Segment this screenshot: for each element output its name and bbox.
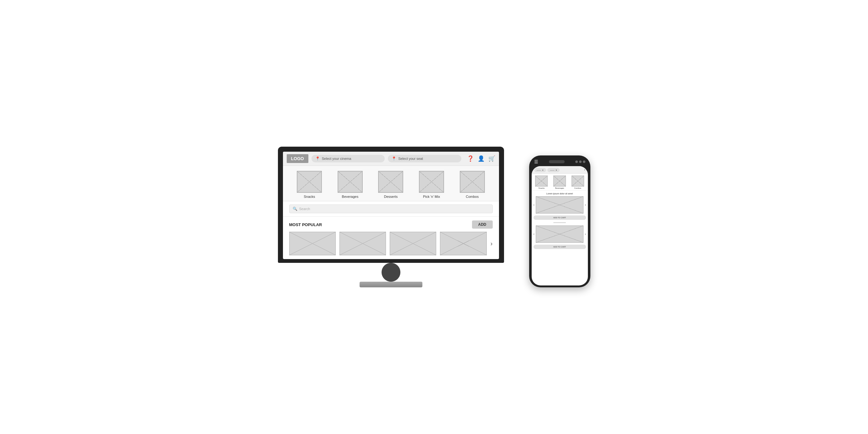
section-items: › xyxy=(289,232,493,255)
phone-next-icon-1[interactable]: › xyxy=(585,203,586,207)
phone-product-section-2: ‹ › ADD TO CART xyxy=(533,225,586,249)
phone-product-title: Lorem ipsum dolor sit amet xyxy=(533,192,586,195)
phone-divider xyxy=(553,222,566,223)
search-placeholder: Search xyxy=(299,207,310,211)
phone-snacks-image xyxy=(535,176,548,187)
cart-icon[interactable]: 🛒 xyxy=(488,155,495,162)
section-header: MOST POPULAR ADD xyxy=(289,220,493,228)
dropdown-2-label: —— xyxy=(550,169,554,171)
phone-cat-beverages[interactable]: Beverages xyxy=(553,176,566,189)
cinema-selector[interactable]: 📍 Select your cinema xyxy=(312,155,385,162)
phone-product-section-1: Lorem ipsum dolor sit amet ‹ › ADD TO CA… xyxy=(533,192,586,220)
phone-dropdowns: —— ▼ —— ▼ › xyxy=(534,168,585,172)
pin-icon: 📍 xyxy=(315,156,320,161)
phone-snacks-label: Snacks xyxy=(538,187,545,189)
section-title: MOST POPULAR xyxy=(289,222,322,227)
phone-prev-icon-1[interactable]: ‹ xyxy=(533,203,534,207)
scene: LOGO 📍 Select your cinema 📍 Select your … xyxy=(266,134,603,300)
seat-label: Select your seat xyxy=(398,157,423,160)
phone-beverages-image xyxy=(553,176,566,187)
product-item-2[interactable] xyxy=(339,232,386,255)
monitor-categories: Snacks Beverages Desserts Pick 'n' Mix xyxy=(283,166,499,201)
phone-dropdown-1[interactable]: —— ▼ xyxy=(534,168,547,172)
phone-status-dots xyxy=(575,160,585,163)
beverages-label: Beverages xyxy=(342,195,359,198)
phone-camera xyxy=(549,160,565,163)
product-item-4[interactable] xyxy=(440,232,487,255)
phone-cat-snacks[interactable]: Snacks xyxy=(535,176,548,189)
phone-wrapper: ☰ —— ▼ —— xyxy=(529,155,590,287)
phone-next-icon[interactable]: › xyxy=(584,168,585,172)
chevron-down-icon-1: ▼ xyxy=(542,169,544,171)
phone-notch-bar: ☰ xyxy=(532,159,588,166)
search-box[interactable]: 🔍 Search xyxy=(289,205,493,213)
snacks-label: Snacks xyxy=(304,195,315,198)
seat-selector[interactable]: 📍 Select your seat xyxy=(388,155,461,162)
combos-label: Combos xyxy=(466,195,478,198)
monitor-bezel: LOGO 📍 Select your cinema 📍 Select your … xyxy=(278,147,504,263)
chevron-down-icon-2: ▼ xyxy=(555,169,557,171)
dot-3 xyxy=(583,160,585,163)
monitor-search: 🔍 Search xyxy=(283,201,499,217)
snacks-image xyxy=(297,171,322,193)
phone-screen: —— ▼ —— ▼ › Snacks xyxy=(532,166,588,285)
help-icon[interactable]: ❓ xyxy=(467,155,474,162)
monitor-wrapper: LOGO 📍 Select your cinema 📍 Select your … xyxy=(278,147,504,287)
phone-product-img-2 xyxy=(536,225,584,243)
add-button[interactable]: ADD xyxy=(472,220,493,228)
product-item-3[interactable] xyxy=(390,232,436,255)
search-icon: 🔍 xyxy=(293,207,298,211)
phone-categories: Snacks Beverages Combos xyxy=(532,174,588,191)
beverages-image xyxy=(338,171,363,193)
phone-next-icon-2[interactable]: › xyxy=(585,232,586,236)
scroll-right-icon[interactable]: › xyxy=(491,240,493,247)
phone-cat-combos[interactable]: Combos xyxy=(571,176,584,189)
phone-top-bar: —— ▼ —— ▼ › xyxy=(532,166,588,174)
monitor-header: LOGO 📍 Select your cinema 📍 Select your … xyxy=(283,152,499,166)
monitor-screen: LOGO 📍 Select your cinema 📍 Select your … xyxy=(283,152,499,259)
category-snacks[interactable]: Snacks xyxy=(297,171,322,198)
category-desserts[interactable]: Desserts xyxy=(378,171,403,198)
phone-dropdown-2[interactable]: —— ▼ xyxy=(547,168,560,172)
dropdown-1-label: —— xyxy=(537,169,541,171)
desserts-label: Desserts xyxy=(384,195,398,198)
cinema-label: Select your cinema xyxy=(322,157,351,160)
dot-2 xyxy=(579,160,582,163)
category-beverages[interactable]: Beverages xyxy=(338,171,363,198)
picknmix-label: Pick 'n' Mix xyxy=(423,195,440,198)
phone-combos-label: Combos xyxy=(574,187,581,189)
combos-image xyxy=(460,171,485,193)
phone-menu-icon[interactable]: ☰ xyxy=(534,159,538,164)
user-icon[interactable]: 👤 xyxy=(478,155,485,162)
pin-icon-2: 📍 xyxy=(392,156,396,161)
most-popular-section: MOST POPULAR ADD › xyxy=(283,217,499,259)
category-combos[interactable]: Combos xyxy=(460,171,485,198)
picknmix-image xyxy=(419,171,444,193)
header-icons: ❓ 👤 🛒 xyxy=(467,155,495,162)
logo: LOGO xyxy=(287,154,308,163)
add-to-cart-button-1[interactable]: ADD TO CART xyxy=(533,215,586,220)
phone-product-row-1: ‹ › xyxy=(533,196,586,214)
product-item-1[interactable] xyxy=(289,232,336,255)
desserts-image xyxy=(378,171,403,193)
add-to-cart-button-2[interactable]: ADD TO CART xyxy=(533,245,586,249)
phone-combos-image xyxy=(571,176,584,187)
phone-content: Lorem ipsum dolor sit amet ‹ › ADD TO CA… xyxy=(532,191,588,285)
phone-beverages-label: Beverages xyxy=(555,187,564,189)
phone-product-img-1 xyxy=(536,196,584,214)
phone-prev-icon-2[interactable]: ‹ xyxy=(533,232,534,236)
phone-product-row-2: ‹ › xyxy=(533,225,586,243)
monitor-stand-base xyxy=(360,282,423,287)
phone-bezel: ☰ —— ▼ —— xyxy=(529,155,590,287)
category-picknmix[interactable]: Pick 'n' Mix xyxy=(419,171,444,198)
dot-1 xyxy=(575,160,578,163)
monitor-stand-neck xyxy=(381,263,400,282)
